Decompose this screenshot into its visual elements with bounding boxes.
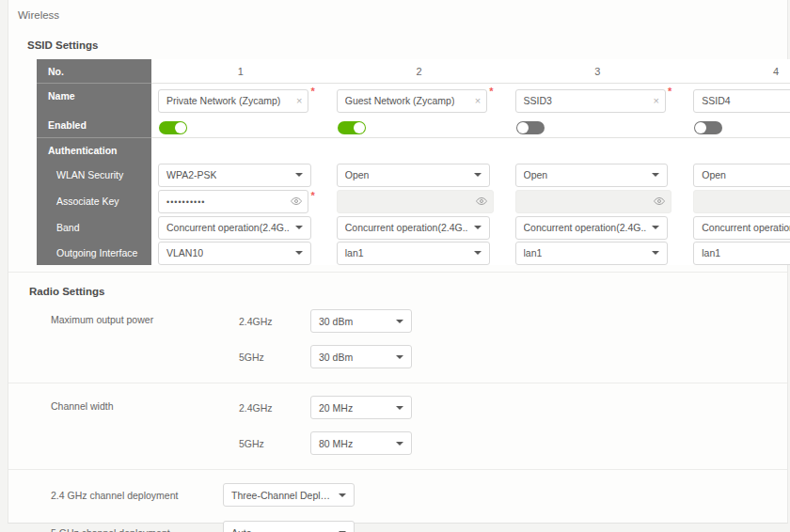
associate-key-cell: [509, 188, 687, 214]
empty-cell: [151, 138, 330, 162]
channel-width-label: Channel width: [51, 396, 239, 467]
ssid4-band-select[interactable]: Concurrent operation(2.4G..: [693, 216, 790, 240]
row-label-associate-key: Associate Key: [37, 188, 151, 214]
row-label-name: Name: [37, 84, 151, 117]
ssid3-band-select[interactable]: Concurrent operation(2.4G..: [515, 216, 669, 240]
caret-down-icon: [396, 355, 403, 359]
ssid4-associate-key-input[interactable]: [693, 190, 790, 213]
row-label-outgoing-interface: Outgoing Interface: [37, 241, 151, 265]
caret-down-icon: [295, 173, 303, 177]
toggle-knob: [175, 122, 186, 133]
ssid-name-cell: Guest Network (Zycamp) × *: [330, 84, 509, 117]
ssid3-enabled-toggle[interactable]: [516, 121, 545, 134]
channel-width-24ghz-select[interactable]: 20 MHz: [310, 396, 412, 419]
caret-down-icon: [295, 251, 303, 255]
caret-down-icon: [396, 320, 403, 323]
deployment-5ghz-select[interactable]: Auto: [223, 521, 355, 532]
radio-settings-heading: Radio Settings: [29, 286, 787, 297]
caret-down-icon: [652, 251, 659, 255]
eye-icon[interactable]: [654, 196, 665, 207]
channel-width-group: Channel width 2.4GHz 20 MHz 5GHz 80 MHz: [8, 383, 787, 469]
section-divider: [8, 272, 787, 273]
ssid1-outgoing-interface-select[interactable]: VLAN10: [158, 242, 311, 265]
ssid-enabled-cell: [509, 117, 687, 138]
caret-down-icon: [652, 173, 659, 177]
ssid-column-number: 4: [687, 59, 790, 84]
ssid2-name-input[interactable]: Guest Network (Zycamp) ×: [337, 89, 487, 113]
caret-down-icon: [474, 173, 482, 177]
ssid2-associate-key-input[interactable]: [337, 190, 494, 213]
max-power-5ghz-row: 5GHz 30 dBm: [239, 345, 412, 368]
caret-down-icon: [339, 493, 346, 497]
toggle-knob: [354, 122, 365, 133]
required-asterisk: *: [489, 86, 493, 97]
ssid4-enabled-toggle[interactable]: [694, 121, 722, 134]
channel-width-5ghz-select[interactable]: 80 MHz: [310, 431, 412, 455]
ssid2-enabled-toggle[interactable]: [338, 121, 366, 134]
row-label-authentication: Authentication: [37, 138, 151, 162]
row-label-no: No.: [37, 59, 151, 84]
ssid4-outgoing-interface-select[interactable]: lan1: [693, 242, 790, 265]
ssid1-wlan-security-select[interactable]: WPA2-PSK: [158, 164, 311, 187]
empty-cell: [509, 138, 687, 162]
ssid2-wlan-security-select[interactable]: Open: [337, 164, 490, 187]
band-cell: Concurrent operation(2.4G..: [509, 214, 687, 241]
ssid4-wlan-security-select[interactable]: Open: [693, 164, 790, 187]
empty-cell: [330, 138, 509, 162]
clear-icon[interactable]: ×: [296, 96, 302, 106]
ssid1-band-select[interactable]: Concurrent operation(2.4G..: [158, 216, 311, 240]
max-power-5ghz-select[interactable]: 30 dBm: [310, 345, 412, 368]
ssid3-associate-key-input[interactable]: [515, 190, 672, 213]
ssid3-name-input[interactable]: SSID3 ×: [515, 89, 666, 113]
ssid-settings-heading: SSID Settings: [27, 39, 787, 51]
ssid1-name-input[interactable]: Private Network (Zycamp) ×: [158, 89, 308, 113]
deployment-5ghz-row: 5 GHz channel deployment Auto: [8, 521, 787, 532]
band-cell: Concurrent operation(2.4G..: [687, 214, 790, 241]
ssid1-associate-key-input[interactable]: ••••••••••: [158, 190, 308, 213]
max-output-power-group: Maximum output power 2.4GHz 30 dBm 5GHz …: [8, 297, 787, 383]
wlan-security-cell: WPA2-PSK: [151, 162, 330, 188]
outgoing-interface-cell: lan1: [687, 241, 790, 265]
channel-deployment-group: 2.4 GHz channel deployment Three-Channel…: [8, 470, 787, 532]
associate-key-cell: [687, 188, 790, 214]
deployment-24ghz-row: 2.4 GHz channel deployment Three-Channel…: [8, 483, 787, 513]
caret-down-icon: [396, 442, 403, 446]
band-label: 5GHz: [239, 438, 310, 449]
row-label-band: Band: [37, 214, 151, 241]
ssid4-name-input[interactable]: SSID4 ×: [693, 89, 790, 113]
clear-icon[interactable]: ×: [654, 96, 659, 106]
required-asterisk: *: [668, 86, 672, 97]
ssid3-wlan-security-select[interactable]: Open: [515, 164, 669, 187]
ssid-column-number: 2: [330, 59, 509, 84]
required-asterisk: *: [310, 190, 314, 201]
ssid2-outgoing-interface-select[interactable]: lan1: [337, 242, 490, 265]
associate-key-cell: •••••••••• *: [151, 188, 330, 214]
deployment-24ghz-select[interactable]: Three-Channel Deployment: [223, 483, 355, 507]
ssid2-band-select[interactable]: Concurrent operation(2.4G..: [337, 216, 490, 240]
max-output-power-label: Maximum output power: [51, 309, 239, 381]
required-asterisk: *: [310, 86, 314, 97]
ssid1-enabled-toggle[interactable]: [159, 121, 187, 134]
eye-icon[interactable]: [476, 196, 487, 207]
ssid3-outgoing-interface-select[interactable]: lan1: [515, 242, 669, 265]
band-cell: Concurrent operation(2.4G..: [151, 214, 330, 241]
empty-cell: [687, 138, 790, 162]
row-label-wlan-security: WLAN Security: [37, 162, 151, 188]
outgoing-interface-cell: lan1: [330, 241, 509, 265]
page-title: Wireless: [8, 0, 787, 21]
ssid-name-cell: SSID4 × *: [687, 84, 790, 117]
ssid-column-number: 3: [509, 59, 687, 84]
caret-down-icon: [652, 226, 659, 229]
clear-icon[interactable]: ×: [475, 96, 481, 106]
wlan-security-cell: Open: [330, 162, 509, 188]
band-label: 5GHz: [239, 352, 310, 363]
band-label: 2.4GHz: [239, 402, 310, 414]
channel-width-5ghz-row: 5GHz 80 MHz: [239, 431, 412, 455]
toggle-knob: [695, 122, 706, 133]
ssid-name-cell: SSID3 × *: [509, 84, 687, 117]
caret-down-icon: [474, 226, 482, 229]
max-power-24ghz-select[interactable]: 30 dBm: [310, 309, 412, 333]
wlan-security-cell: Open: [509, 162, 687, 188]
ssid-name-cell: Private Network (Zycamp) × *: [151, 84, 330, 117]
eye-icon[interactable]: [291, 196, 302, 207]
